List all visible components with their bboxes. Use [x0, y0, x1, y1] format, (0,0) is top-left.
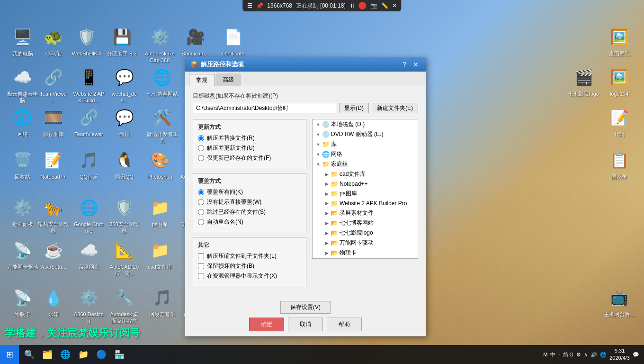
tray-notification[interactable]: 💬 — [633, 352, 639, 358]
taskbar-clock[interactable]: 9:31 2020/4/3 — [609, 347, 630, 362]
desktop-icon-recap360[interactable]: ⚙️ Autodesk ReCap 360 — [142, 24, 178, 66]
taskbar-icon-search[interactable]: 🔍 — [21, 346, 38, 363]
tray-rime[interactable]: 简 G — [563, 351, 574, 358]
tree-item[interactable]: ▶ 📁 cad文件库 — [313, 169, 418, 179]
tree-item[interactable]: ▶ 📂 录屏素材文件 — [313, 208, 418, 218]
tree-expand-icon[interactable]: ▶ — [323, 200, 331, 207]
desktop-icon-cadfiles[interactable]: 📁 cad文件库 — [142, 237, 178, 272]
desktop-icon-cert[interactable]: 📄 certificate — [215, 24, 251, 59]
desktop-icon-turtle[interactable]: 🐢 小乌龟 — [36, 24, 71, 59]
desktop-icon-network[interactable]: 🌐 网络 — [5, 104, 40, 139]
desktop-icon-guojia[interactable]: 📋 国家单 — [601, 147, 637, 182]
tree-expand-icon[interactable]: ▶ — [323, 171, 331, 178]
radio-no-prompt[interactable]: 没有提示直接覆盖(W) — [198, 198, 301, 206]
help-dialog-btn[interactable]: 帮助 — [327, 318, 362, 331]
recording-stop-btn[interactable] — [359, 2, 367, 9]
tree-expand-icon[interactable]: ▶ — [323, 190, 331, 198]
desktop-icon-recycle[interactable]: 🗑️ 回收站 — [5, 147, 40, 182]
tab-general[interactable]: 常规 — [189, 74, 215, 86]
desktop-icon-autocad[interactable]: 📐 AutoCAD 2017 - 简... — [107, 237, 142, 279]
recording-pen-icon[interactable]: ✏️ — [381, 2, 388, 9]
desktop-icon-waneng[interactable]: 📡 万能网卡驱动 — [5, 237, 40, 272]
tree-item[interactable]: ▶ 📁 Notepad++ — [313, 179, 418, 189]
tree-item[interactable]: ▼ 🌐 网络 — [313, 149, 418, 159]
desktop-icon-163music[interactable]: 🎵 网易云音乐 — [144, 284, 180, 319]
save-settings-btn[interactable]: 保存设置(V) — [280, 301, 331, 314]
tree-expand-icon[interactable]: ▶ — [323, 219, 331, 227]
radio-fresh[interactable]: 仅更新已经存在的文件(F) — [198, 154, 301, 162]
desktop-icon-wechat2[interactable]: 💬 微信 — [107, 104, 142, 139]
desktop-icon-notepadpp[interactable]: 📝 Notepad++ — [36, 147, 71, 182]
start-button[interactable]: ⊞ — [0, 345, 19, 364]
tree-item[interactable]: ▶ 📁 Website 2 APK Builder Pro — [313, 199, 418, 208]
desktop-icon-photoshop[interactable]: 🎨 Photoshop — [142, 147, 178, 182]
desktop-icon-wulian[interactable]: 📡 物联卡 — [5, 284, 40, 319]
desktop-icon-360browser[interactable]: 🛡️ 360安全浏览器 — [107, 194, 142, 237]
desktop-icon-hunter[interactable]: 🐆 猎豹安全浏览器 — [36, 194, 71, 237]
tree-expand-icon[interactable]: ▼ — [314, 121, 322, 128]
desktop-icon-qiqi[interactable]: 🌐 七七博客网站 — [144, 64, 180, 99]
ok-btn[interactable]: 确定 — [249, 318, 284, 331]
dialog-titlebar[interactable]: 📦 解压路径和选项 ? ✕ — [185, 57, 426, 72]
desktop-icon-tencentqq[interactable]: 🐧 腾讯QQ — [107, 147, 142, 182]
desktop-icon-cloud[interactable]: ☁️ 极云普惠云电脑 — [5, 64, 40, 106]
tree-item[interactable]: ▶ 📂 七七博客网站 — [313, 218, 418, 228]
tree-expand-icon[interactable]: ▶ — [323, 209, 331, 217]
desktop-icon-chrome[interactable]: 🌐 Google Chrome — [71, 194, 107, 237]
tree-expand-icon[interactable]: ▼ — [314, 161, 322, 168]
desktop-icon-wechat_des[interactable]: 💬 wechat_des... — [107, 64, 142, 106]
desktop-icon-webshellkill[interactable]: 🛡️ WebShellKill — [69, 24, 104, 59]
recording-pause-btn[interactable]: ⏸ — [349, 2, 355, 9]
tree-item[interactable]: ▼ 📁 家庭组 — [313, 159, 418, 169]
desktop-icon-hostback[interactable]: 📺 主机网台后... — [601, 284, 637, 319]
help-btn[interactable]: ? — [399, 60, 410, 69]
desktop-icon-teamviewer[interactable]: 🔗 TeamViewer... — [36, 64, 71, 106]
new-folder-btn[interactable]: 新建文件夹(E) — [372, 103, 418, 113]
tab-advanced[interactable]: 高级 — [215, 73, 241, 86]
desktop-icon-javasetu[interactable]: ☕ JavaSetu... — [36, 237, 71, 272]
desktop-icon-baiduyun[interactable]: ☁️ 百度网盘 — [71, 237, 107, 272]
tree-expand-icon[interactable]: ▼ — [314, 141, 322, 148]
tray-network-icon[interactable]: 🌐 — [600, 352, 607, 358]
tree-item[interactable]: ▶ 📂 万能网卡驱动 — [313, 238, 418, 248]
tray-speaker-icon[interactable]: 🔊 — [590, 352, 597, 358]
desktop-icon-autodesk_app[interactable]: 🔧 Autodesk 桌面应用程序 — [107, 284, 142, 327]
desktop-icon-mediaplayer[interactable]: 🎞️ 影视图库 — [36, 104, 71, 139]
desktop-icon-partition[interactable]: 💾 分区助手 8.3 — [104, 24, 140, 59]
radio-replace[interactable]: 解压并替换文件(R) — [198, 134, 301, 142]
desktop-icon-logo104[interactable]: 🖼️ logo104 — [601, 64, 637, 99]
radio-auto-rename[interactable]: 自动重命名(N) — [198, 218, 301, 226]
desktop-icon-controlpanel[interactable]: ⚙️ 控制面板 — [5, 194, 40, 229]
taskbar-icon-edge[interactable]: 🌐 — [57, 346, 74, 363]
taskbar-icon-cortana[interactable]: 🗂️ — [39, 346, 56, 363]
cb-subfolder[interactable]: 解压压缩文件到子文件夹(L) — [198, 252, 301, 260]
tree-item[interactable]: ▶ 📂 七七影院logo — [313, 228, 418, 238]
tree-expand-icon[interactable]: ▼ — [314, 131, 322, 138]
tree-expand-icon[interactable]: ▶ — [323, 229, 331, 237]
path-input[interactable] — [193, 103, 336, 113]
desktop-icon-shuiyin[interactable]: 💧 水印 — [36, 284, 71, 319]
cb-show-explorer[interactable]: 在资源管理器中显示文件(X) — [198, 272, 301, 280]
tree-expand-icon[interactable]: ▶ — [323, 239, 331, 247]
taskbar-icon-store[interactable]: 🏪 — [111, 346, 128, 363]
taskbar-icon-chrome[interactable]: 🔵 — [93, 346, 110, 363]
desktop-icon-wedev[interactable]: 🛠️ 微信开发者工具 — [144, 104, 180, 146]
tree-expand-icon[interactable]: ▶ — [323, 180, 331, 188]
desktop-icon-teamviewer2[interactable]: 🔗 TeamViewer — [71, 104, 107, 139]
radio-overwrite-all[interactable]: 覆盖所有间(K) — [198, 188, 301, 196]
recording-camera-icon[interactable]: 📷 — [370, 2, 377, 9]
desktop-icon-wallpaper[interactable]: 🖼️ 桌面壁纸 — [601, 24, 637, 59]
desktop-icon-codedesign[interactable]: 📝 代码 — [601, 104, 637, 139]
show-btn[interactable]: 显示(D) — [339, 103, 369, 113]
taskbar-icon-explorer[interactable]: 📁 — [75, 346, 92, 363]
tray-lang[interactable]: 中 — [550, 351, 555, 358]
recording-menu-icon[interactable]: ☰ — [247, 2, 252, 9]
desktop-icon-website2apk[interactable]: 📱 Website 2 APK Build... — [71, 64, 107, 106]
desktop-icon-cinema7[interactable]: 🎬 七七影院logo — [566, 64, 601, 99]
tray-up-arrow[interactable]: ∧ — [584, 352, 588, 358]
tree-item[interactable]: ▶ 📂 小乌龟 — [313, 258, 418, 259]
tree-item[interactable]: ▼ 💿 本地磁盘 (D:) — [313, 119, 418, 129]
radio-skip[interactable]: 跳过已经存在的文件(S) — [198, 208, 301, 216]
tree-expand-icon[interactable]: ▼ — [314, 151, 322, 158]
desktop-icon-qqmusic[interactable]: 🎵 QQ音乐 — [71, 147, 107, 182]
